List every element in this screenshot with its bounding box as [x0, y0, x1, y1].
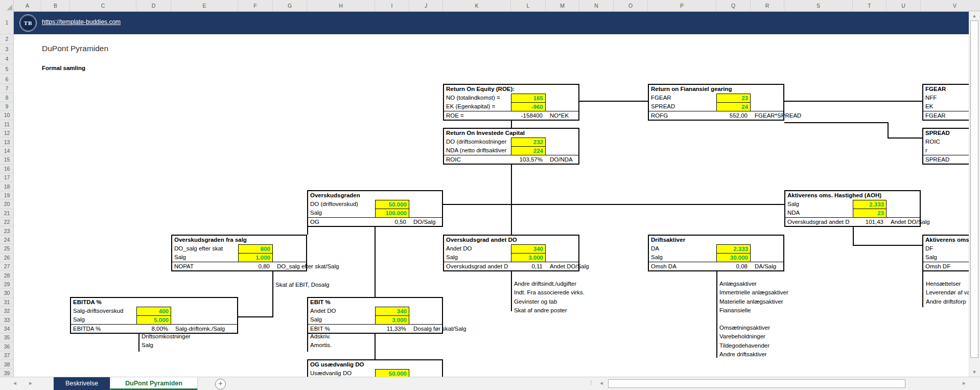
input-cell[interactable]: 24: [716, 102, 751, 111]
row-header-10[interactable]: 10: [0, 111, 14, 120]
input-cell[interactable]: 50.000: [375, 369, 409, 377]
input-cell[interactable]: 400: [136, 307, 171, 316]
row-header-25[interactable]: 25: [0, 244, 14, 253]
row-header-17[interactable]: 17: [0, 173, 14, 182]
note-line: Materielle anlægsaktiver: [719, 297, 788, 306]
row-header-30[interactable]: 30: [0, 289, 14, 297]
input-cell[interactable]: 800: [238, 244, 273, 254]
hscroll-left-icon[interactable]: ◄: [599, 380, 604, 386]
row-header-20[interactable]: 20: [0, 200, 14, 209]
scroll-down-icon[interactable]: ▼: [970, 369, 978, 376]
row-header-28[interactable]: 28: [0, 271, 14, 280]
input-cell[interactable]: 5.000: [136, 315, 171, 325]
column-header-V[interactable]: V: [921, 0, 969, 11]
add-sheet-button[interactable]: +: [215, 379, 226, 389]
row-header-3[interactable]: 3: [0, 44, 14, 55]
row-header-37[interactable]: 37: [0, 351, 14, 360]
column-header-N[interactable]: N: [579, 0, 614, 11]
row-header-5[interactable]: 5: [0, 64, 14, 75]
banner-link[interactable]: https://template-buddies.com: [42, 18, 121, 26]
column-header-D[interactable]: D: [136, 0, 171, 11]
input-cell[interactable]: 224: [511, 146, 546, 155]
hscroll-right-icon[interactable]: ►: [962, 380, 967, 386]
row-header-21[interactable]: 21: [0, 209, 14, 218]
column-header-A[interactable]: A: [14, 0, 41, 11]
input-cell[interactable]: 3.000: [375, 315, 409, 325]
input-cell[interactable]: 50.000: [375, 200, 409, 209]
column-header-T[interactable]: T: [853, 0, 886, 11]
input-cell[interactable]: 2.333: [716, 244, 751, 254]
input-cell[interactable]: 23: [853, 209, 886, 218]
row-header-14[interactable]: 14: [0, 147, 14, 155]
row-header-39[interactable]: 39: [0, 369, 14, 377]
column-header-J[interactable]: J: [409, 0, 443, 11]
row-header-36[interactable]: 36: [0, 342, 14, 351]
row-header-31[interactable]: 31: [0, 298, 14, 307]
horizontal-scroll-thumb[interactable]: [608, 379, 905, 388]
row-header-6[interactable]: 6: [0, 74, 14, 84]
column-header-C[interactable]: C: [70, 0, 136, 11]
sheet-tab-beskrivelse[interactable]: Beskrivelse: [54, 377, 110, 390]
row-header-16[interactable]: 16: [0, 165, 14, 173]
row-header-1[interactable]: 1: [0, 11, 14, 34]
row-header-38[interactable]: 38: [0, 360, 14, 369]
sheet-tab-dupont-pyramiden[interactable]: DuPont Pyramiden: [110, 377, 198, 390]
tab-scroll-left-icon[interactable]: ◄: [12, 380, 17, 386]
row-header-19[interactable]: 19: [0, 191, 14, 200]
input-cell[interactable]: 232: [511, 137, 546, 147]
box-row-label: Andet DO: [444, 244, 513, 253]
row-header-15[interactable]: 15: [0, 155, 14, 164]
column-header-L[interactable]: L: [511, 0, 546, 11]
vertical-scrollbar[interactable]: ▲ ▼: [969, 11, 980, 377]
input-cell[interactable]: -960: [511, 102, 546, 111]
column-header-E[interactable]: E: [171, 0, 238, 11]
input-cell[interactable]: 23: [716, 94, 751, 103]
column-header-M[interactable]: M: [546, 0, 579, 11]
row-header-34[interactable]: 34: [0, 325, 14, 333]
row-header-2[interactable]: 2: [0, 34, 14, 44]
input-cell[interactable]: 30.000: [716, 253, 751, 262]
row-header-7[interactable]: 7: [0, 84, 14, 93]
row-header-26[interactable]: 26: [0, 254, 14, 262]
row-header-12[interactable]: 12: [0, 129, 14, 137]
row-header-33[interactable]: 33: [0, 315, 14, 324]
row-header-22[interactable]: 22: [0, 218, 14, 226]
input-cell[interactable]: 100.000: [375, 209, 409, 218]
input-cell[interactable]: 165: [511, 94, 546, 103]
row-header-35[interactable]: 35: [0, 333, 14, 342]
horizontal-scrollbar[interactable]: [606, 377, 960, 390]
column-header-Q[interactable]: Q: [716, 0, 751, 11]
column-header-P[interactable]: P: [648, 0, 716, 11]
row-header-23[interactable]: 23: [0, 226, 14, 235]
column-header-F[interactable]: F: [238, 0, 273, 11]
input-cell[interactable]: 2.333: [853, 200, 886, 209]
column-header-H[interactable]: H: [307, 0, 375, 11]
input-cell[interactable]: 340: [511, 244, 546, 254]
select-all-corner[interactable]: [0, 0, 14, 11]
scroll-up-icon[interactable]: ▲: [970, 12, 978, 19]
row-header-8[interactable]: 8: [0, 93, 14, 102]
row-header-4[interactable]: 4: [0, 54, 14, 64]
row-header-29[interactable]: 29: [0, 280, 14, 289]
row-header-27[interactable]: 27: [0, 262, 14, 271]
input-cell[interactable]: 3.000: [511, 253, 546, 262]
column-header-K[interactable]: K: [443, 0, 511, 11]
tab-scroll-right-icon[interactable]: ►: [28, 380, 33, 386]
column-header-G[interactable]: G: [273, 0, 307, 11]
column-header-R[interactable]: R: [751, 0, 784, 11]
row-header-13[interactable]: 13: [0, 137, 14, 146]
row-header-24[interactable]: 24: [0, 236, 14, 244]
column-header-B[interactable]: B: [41, 0, 70, 11]
column-header-S[interactable]: S: [784, 0, 853, 11]
input-cell[interactable]: 340: [375, 307, 409, 316]
row-header-9[interactable]: 9: [0, 102, 14, 111]
row-header-18[interactable]: 18: [0, 182, 14, 191]
input-cell[interactable]: 1.000: [238, 253, 273, 262]
row-header-32[interactable]: 32: [0, 307, 14, 315]
column-header-I[interactable]: I: [375, 0, 409, 11]
column-header-U[interactable]: U: [886, 0, 921, 11]
column-header-O[interactable]: O: [614, 0, 648, 11]
vertical-scroll-thumb[interactable]: [970, 20, 978, 358]
tab-splitter-icon[interactable]: ⁞: [590, 379, 592, 386]
row-header-11[interactable]: 11: [0, 120, 14, 129]
